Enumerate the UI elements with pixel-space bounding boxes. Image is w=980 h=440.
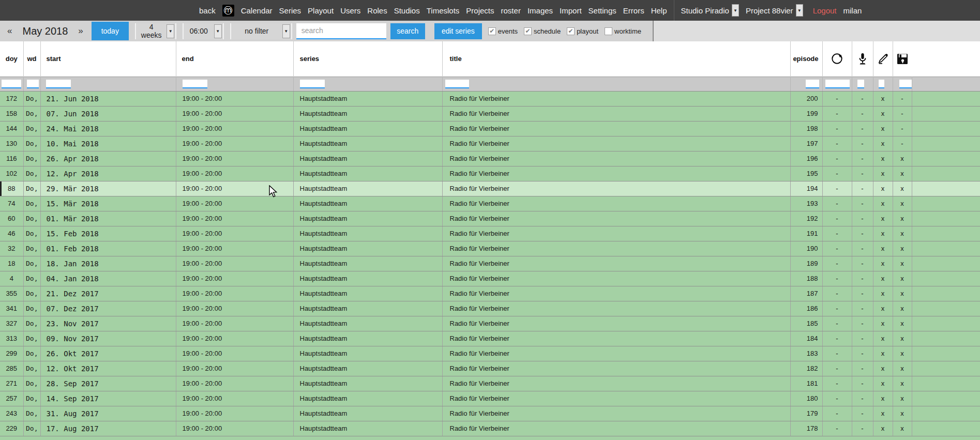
checkbox-schedule[interactable]: ✔schedule	[524, 27, 561, 35]
nav-item-import[interactable]: Import	[560, 6, 582, 15]
table-row[interactable]: 74Do,15. Mär 201819:00 - 20:00Hauptstadt…	[0, 196, 980, 211]
checkbox-checked-icon[interactable]: ✔	[488, 27, 496, 35]
table-row[interactable]: 46Do,15. Feb 201819:00 - 20:00Hauptstadt…	[0, 226, 980, 241]
studio-select[interactable]: Studio Piradio ▼	[681, 4, 739, 17]
table-row[interactable]: 299Do,26. Okt 201719:00 - 20:00Hauptstad…	[0, 346, 980, 361]
month-pager: « May 2018 »	[4, 25, 86, 37]
table-row[interactable]: 327Do,23. Nov 201719:00 - 20:00Hauptstad…	[0, 316, 980, 331]
table-row[interactable]: 243Do,31. Aug 201719:00 - 20:00Hauptstad…	[0, 406, 980, 421]
nav-item-playout[interactable]: Playout	[308, 6, 334, 15]
nav-item-roles[interactable]: Roles	[367, 6, 387, 15]
search-input[interactable]	[296, 23, 386, 39]
cell-mic: -	[852, 406, 873, 421]
nav-item-series[interactable]: Series	[279, 6, 301, 15]
checkbox-playout[interactable]: ✔playout	[567, 27, 598, 35]
cell-doy: 74	[0, 196, 23, 211]
column-header-preproduced[interactable]	[873, 41, 893, 77]
table-row[interactable]: 32Do,01. Feb 201819:00 - 20:00Hauptstadt…	[0, 241, 980, 256]
table-row[interactable]: 102Do,12. Apr 201819:00 - 20:00Hauptstad…	[0, 166, 980, 181]
nav-item-images[interactable]: Images	[527, 6, 553, 15]
app-logo-icon[interactable]: ⓜ	[222, 5, 234, 17]
chevron-down-icon[interactable]: ▼	[214, 24, 222, 38]
checkbox-unchecked-icon[interactable]	[605, 27, 612, 35]
column-header-doy[interactable]: doy	[0, 41, 23, 77]
checkbox-worktime[interactable]: worktime	[605, 27, 641, 35]
cell-series: Hauptstadtteam	[293, 226, 442, 241]
cell-mic: -	[852, 196, 873, 211]
nav-item-errors[interactable]: Errors	[623, 6, 644, 15]
checkbox-events[interactable]: ✔events	[488, 27, 518, 35]
chevron-down-icon[interactable]: ▼	[796, 4, 803, 17]
back-link[interactable]: back	[199, 6, 216, 15]
nav-item-timeslots[interactable]: Timeslots	[427, 6, 460, 15]
cell-pencil: x	[873, 196, 893, 211]
filter-input-series[interactable]	[300, 80, 325, 88]
prev-month-button[interactable]: «	[4, 26, 15, 36]
search-button[interactable]: search	[390, 23, 425, 39]
cell-rerun: -	[822, 121, 852, 136]
column-header-live[interactable]	[852, 41, 873, 77]
checkbox-checked-icon[interactable]: ✔	[567, 27, 575, 35]
nav-item-calendar[interactable]: Calendar	[241, 6, 273, 15]
table-row[interactable]: 4Do,04. Jan 201819:00 - 20:00Hauptstadtt…	[0, 271, 980, 286]
table-row[interactable]: 88Do,29. Mär 201819:00 - 20:00Hauptstadt…	[0, 181, 980, 196]
table-row[interactable]: 313Do,09. Nov 201719:00 - 20:00Hauptstad…	[0, 331, 980, 346]
filter-input-episode[interactable]	[806, 80, 819, 88]
table-row[interactable]: 158Do,07. Jun 201819:00 - 20:00Hauptstad…	[0, 106, 980, 121]
column-header-end[interactable]: end	[176, 41, 293, 77]
table-row[interactable]: 60Do,01. Mär 201819:00 - 20:00Hauptstadt…	[0, 211, 980, 226]
checkbox-checked-icon[interactable]: ✔	[524, 27, 532, 35]
cell-series: Hauptstadtteam	[293, 406, 442, 421]
table-row[interactable]: 18Do,18. Jan 201819:00 - 20:00Hauptstadt…	[0, 256, 980, 271]
nav-item-users[interactable]: Users	[340, 6, 360, 15]
filter-input-preproduced[interactable]	[879, 80, 884, 88]
filter-input-end[interactable]	[183, 80, 207, 88]
range-select[interactable]: 4 weeks ▼	[135, 23, 176, 39]
table-row[interactable]: 285Do,12. Okt 201719:00 - 20:00Hauptstad…	[0, 361, 980, 376]
table-row[interactable]: 355Do,21. Dez 201719:00 - 20:00Hauptstad…	[0, 286, 980, 301]
chevron-down-icon[interactable]: ▼	[167, 24, 174, 38]
logout-link[interactable]: Logout	[813, 6, 837, 15]
filter-input-wd[interactable]	[27, 80, 39, 88]
nav-item-roster[interactable]: roster	[501, 6, 521, 15]
table-row[interactable]: 130Do,10. Mai 201819:00 - 20:00Hauptstad…	[0, 136, 980, 151]
column-header-episode[interactable]: episode	[790, 41, 822, 77]
table-row[interactable]: 116Do,26. Apr 201819:00 - 20:00Hauptstad…	[0, 151, 980, 166]
cell-floppy: -	[893, 91, 912, 106]
next-month-button[interactable]: »	[75, 26, 86, 36]
table-row[interactable]: 144Do,24. Mai 201819:00 - 20:00Hauptstad…	[0, 121, 980, 136]
chevron-down-icon[interactable]: ▼	[282, 24, 290, 38]
column-header-wd[interactable]: wd	[23, 41, 40, 77]
edit-series-button[interactable]: edit series	[434, 23, 482, 39]
column-header-rerun[interactable]	[822, 41, 852, 77]
nav-item-help[interactable]: Help	[651, 6, 667, 15]
table-row[interactable]: 229Do,17. Aug 201719:00 - 20:00Hauptstad…	[0, 421, 980, 436]
time-select[interactable]: 06:00 ▼	[183, 23, 224, 39]
nav-item-studios[interactable]: Studios	[394, 6, 420, 15]
chevron-down-icon[interactable]: ▼	[732, 4, 739, 17]
cell-pencil: x	[873, 136, 893, 151]
column-header-start[interactable]: start	[40, 41, 176, 77]
cell-mic: -	[852, 286, 873, 301]
filter-input-doy[interactable]	[2, 80, 21, 88]
column-header-archived[interactable]	[893, 41, 912, 77]
filter-input-start[interactable]	[46, 80, 71, 88]
cell-mic: -	[852, 271, 873, 286]
cell-doy: 299	[0, 346, 23, 361]
column-header-title[interactable]: title	[442, 41, 790, 77]
cell-episode: 190	[790, 241, 822, 256]
today-button[interactable]: today	[92, 22, 129, 40]
nav-item-settings[interactable]: Settings	[589, 6, 616, 15]
filter-input-title[interactable]	[445, 80, 469, 88]
project-select[interactable]: Project 88vier ▼	[746, 4, 803, 17]
table-row[interactable]: 271Do,28. Sep 201719:00 - 20:00Hauptstad…	[0, 376, 980, 391]
filter-input-live[interactable]	[857, 80, 864, 88]
table-row[interactable]: 257Do,14. Sep 201719:00 - 20:00Hauptstad…	[0, 391, 980, 406]
filter-select[interactable]: no filter ▼	[230, 23, 292, 39]
cell-doy: 102	[0, 166, 23, 181]
nav-item-projects[interactable]: Projects	[466, 6, 494, 15]
table-row[interactable]: 172Do,21. Jun 201819:00 - 20:00Hauptstad…	[0, 91, 980, 106]
table-row[interactable]: 341Do,07. Dez 201719:00 - 20:00Hauptstad…	[0, 301, 980, 316]
filter-input-rerun[interactable]	[825, 80, 850, 88]
column-header-series[interactable]: series	[293, 41, 442, 77]
